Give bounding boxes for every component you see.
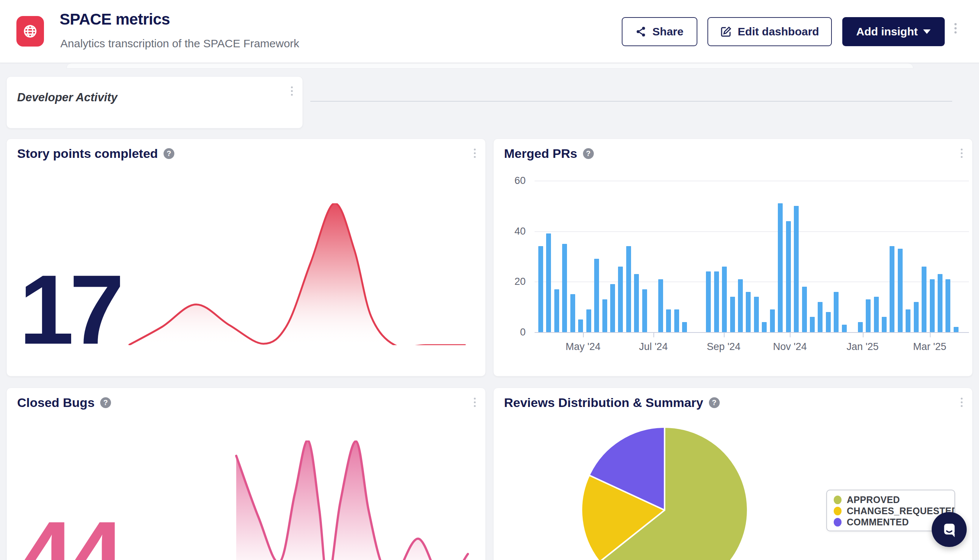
add-insight-button-label: Add insight bbox=[856, 25, 918, 38]
question-mark-icon[interactable]: ? bbox=[163, 148, 174, 159]
bar-week-52[interactable] bbox=[954, 327, 959, 332]
bar-week-48[interactable] bbox=[922, 267, 926, 332]
scrolled-card-remnant bbox=[66, 63, 914, 68]
bar-week-27[interactable] bbox=[754, 297, 759, 332]
bar-week-18[interactable] bbox=[682, 322, 687, 332]
share-button-label: Share bbox=[652, 25, 683, 38]
bar-week-26[interactable] bbox=[746, 292, 751, 332]
insight-card-reviews-distribution: Reviews Distribution & Summary ? APPROVE… bbox=[493, 388, 973, 560]
bar-week-5[interactable] bbox=[578, 320, 583, 332]
insight-menu[interactable] bbox=[961, 398, 962, 407]
insight-title: Story points completed bbox=[17, 146, 158, 161]
story-points-area-chart[interactable] bbox=[128, 203, 466, 345]
edit-dashboard-button[interactable]: Edit dashboard bbox=[707, 17, 832, 46]
bar-week-22[interactable] bbox=[714, 272, 719, 332]
bar-week-15[interactable] bbox=[658, 279, 663, 332]
question-mark-icon[interactable]: ? bbox=[583, 148, 594, 159]
add-insight-button[interactable]: Add insight bbox=[842, 17, 945, 46]
insight-card-story-points: Story points completed ? 17 bbox=[6, 138, 486, 377]
insight-card-closed-bugs: Closed Bugs ? 44 bbox=[6, 388, 486, 560]
bar-week-50[interactable] bbox=[938, 274, 942, 332]
bar-week-24[interactable] bbox=[730, 297, 735, 332]
bar-week-51[interactable] bbox=[946, 279, 950, 332]
bar-week-47[interactable] bbox=[914, 302, 919, 332]
insight-menu[interactable] bbox=[961, 148, 962, 158]
story-points-value: 17 bbox=[19, 260, 120, 359]
share-button[interactable]: Share bbox=[622, 17, 697, 46]
bar-week-3[interactable] bbox=[562, 244, 567, 332]
bar-week-37[interactable] bbox=[834, 292, 839, 332]
bar-week-29[interactable] bbox=[770, 309, 775, 332]
bar-week-42[interactable] bbox=[874, 297, 879, 332]
bar-week-9[interactable] bbox=[610, 284, 615, 332]
bar-week-1[interactable] bbox=[546, 233, 551, 332]
bar-week-46[interactable] bbox=[906, 309, 911, 332]
reviews-pie-chart[interactable] bbox=[580, 426, 749, 560]
bar-week-12[interactable] bbox=[634, 274, 639, 332]
closed-bugs-value: 44 bbox=[19, 507, 120, 560]
x-tick bbox=[790, 332, 791, 337]
bar-week-16[interactable] bbox=[666, 309, 671, 332]
bar-week-41[interactable] bbox=[866, 299, 871, 332]
insight-card-merged-prs: Merged PRs ? 0204060 May '24Jul '24Sep '… bbox=[493, 138, 973, 377]
y-tick-label: 0 bbox=[497, 327, 525, 338]
chat-launcher-button[interactable] bbox=[932, 512, 967, 547]
question-mark-icon[interactable]: ? bbox=[709, 397, 720, 408]
bar-week-34[interactable] bbox=[810, 317, 815, 332]
question-mark-icon[interactable]: ? bbox=[100, 397, 111, 408]
bar-week-38[interactable] bbox=[842, 325, 847, 332]
bar-week-45[interactable] bbox=[898, 249, 902, 332]
x-tick bbox=[583, 332, 584, 337]
dashboard-more-menu[interactable] bbox=[954, 23, 957, 33]
bar-week-35[interactable] bbox=[818, 302, 822, 332]
globe-icon bbox=[22, 23, 38, 39]
bar-week-21[interactable] bbox=[706, 272, 711, 332]
bar-week-28[interactable] bbox=[762, 322, 767, 332]
x-tick-label: Jan '25 bbox=[846, 341, 879, 353]
edit-dashboard-button-label: Edit dashboard bbox=[737, 25, 819, 38]
bar-week-49[interactable] bbox=[930, 279, 935, 332]
insight-title: Closed Bugs bbox=[17, 395, 95, 410]
bar-week-43[interactable] bbox=[882, 317, 887, 332]
bar-week-13[interactable] bbox=[642, 289, 647, 332]
bar-week-32[interactable] bbox=[794, 206, 799, 332]
bar-week-31[interactable] bbox=[786, 221, 791, 332]
bar-week-23[interactable] bbox=[722, 267, 727, 332]
bar-week-8[interactable] bbox=[602, 299, 607, 332]
legend-item[interactable]: APPROVED bbox=[834, 494, 954, 505]
legend-item[interactable]: CHANGES_REQUESTED bbox=[834, 505, 954, 517]
insight-menu[interactable] bbox=[474, 148, 476, 158]
bar-week-0[interactable] bbox=[538, 246, 543, 332]
y-tick-label: 60 bbox=[497, 175, 525, 186]
bar-week-11[interactable] bbox=[626, 246, 631, 332]
bar-week-17[interactable] bbox=[674, 309, 679, 332]
legend-swatch bbox=[834, 507, 842, 515]
pencil-square-icon bbox=[720, 26, 732, 38]
merged-prs-bar-chart[interactable] bbox=[538, 181, 963, 332]
bar-week-40[interactable] bbox=[858, 322, 863, 332]
insight-menu[interactable] bbox=[474, 398, 476, 407]
bar-week-33[interactable] bbox=[802, 287, 807, 332]
closed-bugs-area-chart[interactable] bbox=[235, 440, 469, 560]
bar-week-30[interactable] bbox=[778, 203, 783, 332]
y-tick-label: 40 bbox=[497, 226, 525, 237]
bar-week-6[interactable] bbox=[586, 309, 591, 332]
bar-week-25[interactable] bbox=[738, 279, 743, 332]
insight-title: Merged PRs bbox=[504, 146, 577, 161]
bar-week-7[interactable] bbox=[594, 259, 599, 332]
bar-week-4[interactable] bbox=[570, 294, 575, 332]
section-card-menu[interactable] bbox=[291, 87, 293, 96]
bar-week-44[interactable] bbox=[890, 246, 894, 332]
top-bar: SPACE metrics Analytics transcription of… bbox=[0, 0, 979, 63]
y-tick-label: 20 bbox=[497, 276, 525, 287]
bar-week-2[interactable] bbox=[554, 289, 559, 332]
dashboard-page: SPACE metrics Analytics transcription of… bbox=[0, 0, 979, 560]
insight-title: Reviews Distribution & Summary bbox=[504, 395, 703, 410]
project-logo[interactable] bbox=[17, 16, 44, 47]
legend-label: APPROVED bbox=[847, 495, 900, 505]
bar-week-36[interactable] bbox=[826, 312, 831, 332]
bar-week-10[interactable] bbox=[618, 267, 623, 332]
x-tick bbox=[863, 332, 864, 337]
page-title: SPACE metrics bbox=[60, 10, 170, 28]
section-title: Developer Activity bbox=[17, 91, 117, 104]
